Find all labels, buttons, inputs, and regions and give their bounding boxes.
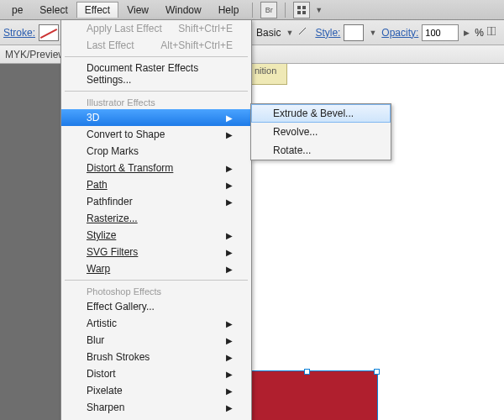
menu-effect[interactable]: Effect xyxy=(76,2,118,18)
stroke-label[interactable]: Stroke: xyxy=(3,27,35,39)
menu-sharpen[interactable]: Sharpen▶ xyxy=(61,399,251,416)
menu-doc-raster[interactable]: Document Raster Effects Settings... xyxy=(61,60,251,88)
submenu-arrow-icon: ▶ xyxy=(226,403,233,412)
opacity-input[interactable] xyxy=(422,24,459,41)
menu-artistic[interactable]: Artistic▶ xyxy=(61,315,251,332)
style-swatch[interactable] xyxy=(344,24,364,41)
menu-item-label: Artistic xyxy=(87,318,117,329)
menu-item-label: Crop Marks xyxy=(87,145,139,157)
opacity-unit: % xyxy=(475,27,484,39)
menu-item-label: Blur xyxy=(87,334,104,346)
brush-basic[interactable]: Basic xyxy=(256,27,281,39)
section-photoshop: Photoshop Effects xyxy=(61,283,251,298)
bridge-button[interactable]: Br xyxy=(260,2,277,18)
panel-grid-icon xyxy=(487,27,496,35)
svg-rect-0 xyxy=(297,6,301,9)
selected-rectangle[interactable] xyxy=(235,370,378,420)
menu-select[interactable]: Select xyxy=(31,2,76,18)
chevron-down-icon[interactable]: ▼ xyxy=(315,6,323,14)
workspace-switcher[interactable] xyxy=(293,2,310,18)
menu-svg-filters[interactable]: SVG Filters▶ xyxy=(61,244,251,260)
opacity-label[interactable]: Opacity: xyxy=(381,27,418,39)
menu-item-label: Brush Strokes xyxy=(87,351,150,363)
menu-warp[interactable]: Warp▶ xyxy=(61,260,251,277)
app-root: pe Select Effect View Window Help Br ▼ S… xyxy=(0,0,504,420)
doc-mode-label: MYK/Preview xyxy=(5,49,66,60)
menu-stylize[interactable]: Stylize▶ xyxy=(61,227,251,244)
menu-distort-ps[interactable]: Distort▶ xyxy=(61,365,251,382)
menu-item-label: Distort xyxy=(87,368,116,380)
submenu-extrude-bevel[interactable]: Extrude & Bevel... xyxy=(251,104,391,123)
menu-item-label: Distort & Transform xyxy=(87,162,173,174)
menu-item-label: Rasterize... xyxy=(87,213,138,224)
menu-effect-gallery[interactable]: Effect Gallery... xyxy=(61,298,251,315)
menubar-separator xyxy=(285,3,286,18)
menu-item-label: Convert to Shape xyxy=(87,129,165,140)
submenu-arrow-icon: ▶ xyxy=(226,164,233,173)
brush-panel-icon[interactable] xyxy=(298,26,312,39)
style-label[interactable]: Style: xyxy=(315,27,340,39)
svg-rect-3 xyxy=(302,11,306,14)
chevron-down-icon[interactable]: ▼ xyxy=(369,29,376,37)
menu-last-effect: Last Effect Alt+Shift+Ctrl+E xyxy=(61,37,251,54)
menubar-separator xyxy=(252,3,253,18)
menu-item-label: Document Raster Effects Settings... xyxy=(87,62,233,86)
submenu-revolve[interactable]: Revolve... xyxy=(251,123,391,141)
chevron-down-icon[interactable]: ▶ xyxy=(464,29,470,37)
chevron-down-icon[interactable]: ▼ xyxy=(286,29,293,37)
effect-menu: Apply Last Effect Shift+Ctrl+E Last Effe… xyxy=(60,19,252,420)
submenu-rotate[interactable]: Rotate... xyxy=(251,141,391,160)
menu-view[interactable]: View xyxy=(118,2,157,18)
submenu-arrow-icon: ▶ xyxy=(226,386,233,396)
menu-crop-marks[interactable]: Crop Marks xyxy=(61,143,251,160)
submenu-arrow-icon: ▶ xyxy=(226,130,233,139)
submenu-arrow-icon: ▶ xyxy=(226,370,233,379)
submenu-arrow-icon: ▶ xyxy=(226,181,233,190)
menu-pathfinder[interactable]: Pathfinder▶ xyxy=(61,193,251,210)
resize-handle[interactable] xyxy=(304,369,310,375)
grid-icon xyxy=(297,5,307,15)
submenu-3d: Extrude & Bevel... Revolve... Rotate... xyxy=(250,103,391,160)
menu-item-label: Apply Last Effect xyxy=(87,23,162,34)
menu-sketch[interactable]: Sketch▶ xyxy=(61,416,251,420)
menu-type[interactable]: pe xyxy=(3,2,31,18)
menu-separator xyxy=(65,280,248,281)
menu-rasterize[interactable]: Rasterize... xyxy=(61,210,251,227)
menu-apply-last: Apply Last Effect Shift+Ctrl+E xyxy=(61,20,251,37)
menu-item-label: Last Effect xyxy=(87,39,134,51)
brush-icon xyxy=(298,27,307,35)
menu-convert-shape[interactable]: Convert to Shape▶ xyxy=(61,126,251,143)
submenu-arrow-icon: ▶ xyxy=(226,231,233,240)
panel-icon[interactable] xyxy=(487,26,501,39)
menu-item-label: Warp xyxy=(87,263,110,275)
svg-rect-2 xyxy=(297,11,301,14)
menu-help[interactable]: Help xyxy=(210,2,248,18)
menu-blur[interactable]: Blur▶ xyxy=(61,332,251,349)
menu-3d[interactable]: 3D▶ xyxy=(61,109,251,126)
menu-pixelate[interactable]: Pixelate▶ xyxy=(61,382,251,399)
menu-item-label: Path xyxy=(87,179,108,191)
submenu-arrow-icon: ▶ xyxy=(226,336,233,345)
menu-item-label: 3D xyxy=(87,112,99,123)
submenu-arrow-icon: ▶ xyxy=(226,265,233,274)
menu-distort-transform[interactable]: Distort & Transform▶ xyxy=(61,160,251,176)
shortcut-label: Alt+Shift+Ctrl+E xyxy=(160,39,233,51)
submenu-arrow-icon: ▶ xyxy=(226,353,233,362)
shortcut-label: Shift+Ctrl+E xyxy=(178,23,233,34)
menu-separator xyxy=(65,91,248,92)
menu-path[interactable]: Path▶ xyxy=(61,176,251,193)
menubar: pe Select Effect View Window Help Br ▼ xyxy=(0,0,504,20)
resize-handle[interactable] xyxy=(374,369,380,375)
section-illustrator: Illustrator Effects xyxy=(61,94,251,109)
submenu-arrow-icon: ▶ xyxy=(226,113,233,123)
submenu-arrow-icon: ▶ xyxy=(226,197,233,207)
menu-brush-strokes[interactable]: Brush Strokes▶ xyxy=(61,349,251,365)
menu-separator xyxy=(65,56,248,57)
menu-item-label: Pathfinder xyxy=(87,196,133,207)
svg-rect-1 xyxy=(302,6,306,9)
menu-item-label: Effect Gallery... xyxy=(87,301,155,312)
submenu-arrow-icon: ▶ xyxy=(226,248,233,257)
stroke-swatch[interactable] xyxy=(39,24,59,41)
submenu-arrow-icon: ▶ xyxy=(226,319,233,328)
menu-window[interactable]: Window xyxy=(157,2,210,18)
